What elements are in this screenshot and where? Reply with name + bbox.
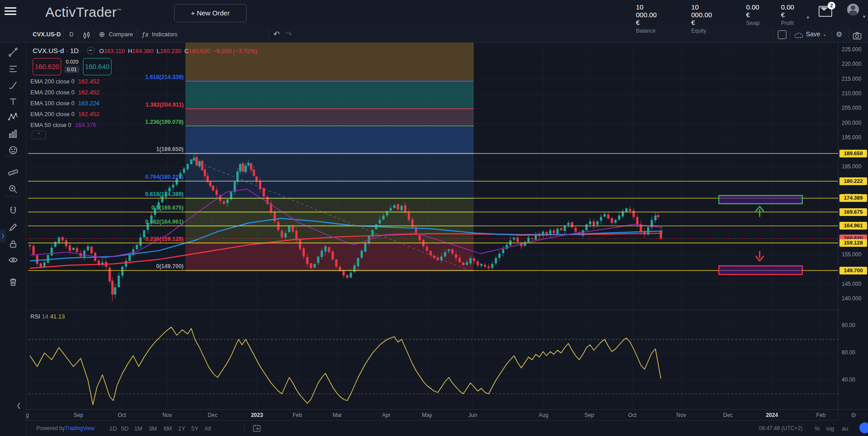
ohlc-value: 163.110 (104, 48, 125, 54)
change-value: −6.200 (−3.72%) (213, 48, 257, 54)
indicator-row[interactable]: EMA 200 close 0162.452 (30, 78, 100, 85)
indicator-value: 162.452 (78, 89, 100, 96)
ohlc-values: O163.110H164.380L160.230C160.620−6.200 (… (99, 48, 257, 54)
price-tick-label: 145.000 (842, 281, 861, 287)
redo-icon[interactable]: ↷ (286, 26, 292, 42)
indicator-row[interactable]: EMA 50 close 0164.376 (30, 122, 96, 128)
compare-button[interactable]: Compare (109, 26, 133, 42)
time-axis-label: Nov (162, 412, 172, 418)
divider (772, 29, 773, 39)
chart-canvas[interactable] (26, 42, 868, 436)
price-tick-label: 185.000 (842, 163, 861, 170)
fib-retracement-icon[interactable] (6, 64, 20, 77)
eye-icon[interactable] (6, 255, 20, 268)
brush-icon[interactable] (6, 80, 20, 93)
stat-value: 0.00 € (781, 3, 794, 19)
avatar-caret-icon[interactable]: ▼ (862, 15, 866, 19)
cloud-icon (794, 30, 804, 39)
new-order-button[interactable]: + New Order (174, 4, 247, 22)
layout-icon[interactable] (778, 30, 786, 39)
range-button-1y[interactable]: 1Y (178, 421, 185, 436)
time-axis-label: Feb (293, 412, 302, 418)
log-scale-button[interactable]: log (826, 421, 834, 436)
app-logo: ActivTrader™ (45, 5, 121, 20)
trend-line-icon[interactable] (6, 47, 20, 60)
range-button-5d[interactable]: 5D (121, 421, 129, 436)
percent-scale-button[interactable]: % (815, 421, 820, 436)
toolbar-collapse-icon[interactable]: ❮ (16, 402, 21, 409)
range-button-6m[interactable]: 6M (164, 421, 172, 436)
divider (849, 29, 849, 39)
time-axis[interactable]: AugSepOctNovDec2023FebMarAprMayJunAugSep… (26, 409, 838, 421)
lock-icon[interactable] (6, 239, 20, 252)
zoom-in-icon[interactable] (6, 184, 20, 197)
buy-button[interactable]: 160.640 (83, 58, 112, 75)
time-axis-label: 2024 (766, 412, 778, 418)
symbol-button[interactable]: CVX.US-D (33, 26, 61, 42)
time-axis-label: Apr (382, 412, 391, 418)
edit-icon[interactable] (6, 222, 20, 235)
go-to-date-icon[interactable] (252, 424, 262, 433)
save-caret-icon[interactable]: ⌄ (823, 26, 827, 42)
compare-icon[interactable]: ⊕ (99, 26, 105, 42)
interval-button[interactable]: D (69, 26, 73, 42)
price-tick-label: 155.000 (842, 251, 861, 258)
lot-size[interactable]: 0.01 (64, 66, 79, 73)
indicator-row[interactable]: EMA 200 close 0162.452 (30, 111, 100, 118)
text-icon[interactable] (6, 96, 20, 110)
toolbar-separator (5, 196, 21, 196)
avatar[interactable] (847, 4, 859, 15)
price-tick-label: 200.000 (842, 120, 861, 126)
tradingview-link[interactable]: TradingView (65, 421, 95, 436)
assistant-bubble[interactable] (859, 422, 868, 433)
divider (790, 29, 790, 39)
magnet-icon[interactable] (6, 206, 20, 219)
rsi-legend[interactable]: RSI 14 41.13 (30, 313, 65, 320)
price-tick-label: 225.000 (842, 46, 861, 53)
price-badge: 180.222 (839, 177, 867, 185)
range-button-1d[interactable]: 1D (109, 421, 117, 436)
chart-toolbar: CVX.US-D D ⊕ Compare ƒx Indicators ↶ ↷ S… (0, 26, 868, 43)
legend-symbol-row[interactable]: CVX.US-d · 1D (33, 47, 95, 54)
chart-type-icon[interactable] (82, 30, 91, 39)
stat-label: Profit (781, 20, 794, 26)
ohlc-key: O (99, 48, 104, 54)
indicator-row[interactable]: EMA 100 close 0163.224 (30, 100, 100, 107)
activtrader-app: { "app": {"logo": "ActivTrader", "tm": "… (0, 0, 868, 436)
range-button-1m[interactable]: 1M (134, 421, 142, 436)
indicators-icon: ƒx (141, 26, 149, 42)
forecast-icon[interactable] (6, 129, 20, 142)
camera-icon[interactable] (853, 30, 862, 39)
ohlc-value: 160.230 (160, 48, 181, 54)
spread-value: 0.020 (63, 59, 81, 64)
undo-icon[interactable]: ↶ (273, 26, 280, 42)
profit-caret-icon[interactable]: ▼ (806, 15, 810, 20)
stat-value: 10 000.00 € (691, 3, 712, 26)
indicator-value: 164.376 (75, 122, 96, 128)
axis-settings-gear-icon[interactable]: ⚙ (838, 409, 868, 421)
range-button-all[interactable]: All (204, 421, 211, 436)
trash-icon[interactable] (6, 277, 20, 290)
indicator-row[interactable]: EMA 200 close 0162.452 (30, 89, 100, 96)
indicators-button[interactable]: Indicators (152, 26, 177, 42)
save-button[interactable]: Save (806, 26, 820, 42)
range-button-5y[interactable]: 5Y (191, 421, 199, 436)
price-tick-label: 195.000 (842, 134, 861, 141)
time-axis-label: Aug (26, 412, 29, 418)
sell-button[interactable]: 160.620 (33, 58, 61, 75)
settings-gear-icon[interactable]: ⚙ (836, 26, 842, 42)
divider (63, 29, 64, 39)
ruler-icon[interactable] (6, 167, 20, 181)
price-badge: 174.389 (839, 194, 867, 202)
price-badge: 164.961 (839, 222, 867, 230)
minus-circle-icon[interactable] (87, 47, 95, 54)
xabcd-pattern-icon[interactable] (6, 112, 20, 125)
legend-collapse-button[interactable]: ⌃ (32, 131, 46, 139)
price-tick-label: 205.000 (842, 105, 861, 111)
time-axis-label: Oct (628, 412, 637, 418)
watchlist-expander-icon[interactable]: ❯ (0, 229, 6, 243)
price-axis[interactable]: 225.000220.000215.000210.000205.000200.0… (838, 42, 868, 420)
range-button-3m[interactable]: 3M (149, 421, 157, 436)
auto-scale-button[interactable]: au (842, 421, 848, 436)
hamburger-menu-icon[interactable] (5, 5, 16, 15)
